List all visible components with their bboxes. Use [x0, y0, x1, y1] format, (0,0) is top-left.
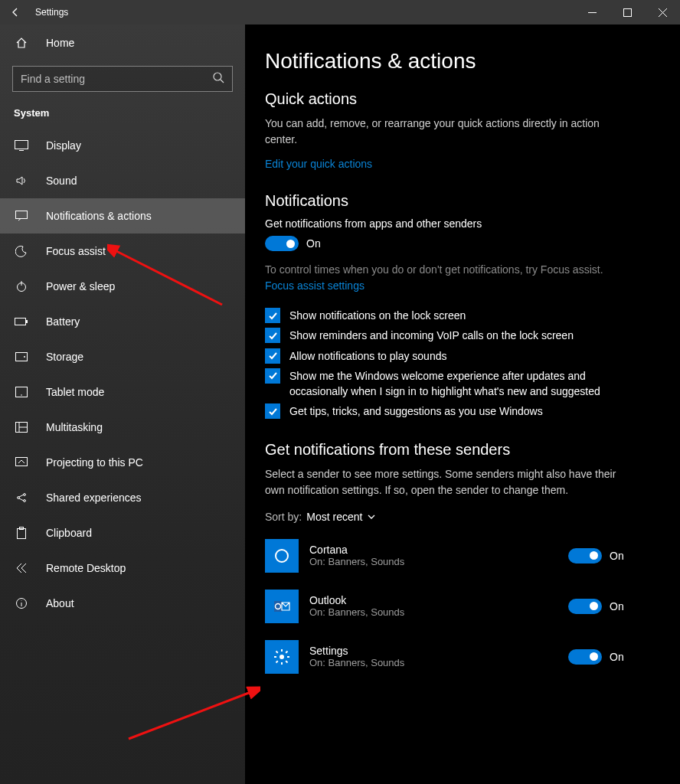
senders-desc: Select a sender to see more settings. So… [265, 466, 617, 498]
sidebar-item-clipboard[interactable]: Clipboard [0, 515, 245, 550]
sender-settings[interactable]: SettingsOn: Banners, SoundsOn [265, 632, 660, 682]
svg-point-22 [280, 655, 284, 659]
svg-rect-6 [26, 320, 28, 323]
notifications-toggle-state: On [306, 237, 321, 250]
sender-name: Cortana [309, 544, 568, 556]
battery-icon [14, 317, 29, 326]
sidebar-item-storage[interactable]: Storage [0, 339, 245, 374]
checkbox-icon[interactable] [265, 403, 280, 419]
sidebar-item-multitasking[interactable]: Multitasking [0, 410, 245, 445]
svg-point-10 [21, 394, 22, 396]
notifications-icon [14, 211, 29, 221]
senders-heading: Get notifications from these senders [265, 441, 660, 459]
sidebar-item-about[interactable]: About [0, 586, 245, 621]
checkbox-label: Show me the Windows welcome experience a… [289, 368, 611, 400]
checkbox-icon[interactable] [265, 368, 280, 384]
sender-detail: On: Banners, Sounds [309, 556, 568, 567]
sidebar-item-battery[interactable]: Battery [0, 304, 245, 339]
checkbox-label: Show notifications on the lock screen [289, 308, 466, 323]
sidebar-item-tablet-mode[interactable]: Tablet mode [0, 374, 245, 410]
sidebar-item-remote-desktop[interactable]: Remote Desktop [0, 550, 245, 586]
sidebar-item-power-sleep[interactable]: Power & sleep [0, 269, 245, 304]
svg-point-13 [18, 497, 20, 499]
sidebar-item-label: Power & sleep [46, 280, 115, 292]
sender-toggle[interactable] [568, 649, 602, 665]
focus-assist-text: To control times when you do or don't ge… [265, 263, 603, 276]
checkbox-icon[interactable] [265, 308, 280, 323]
notification-checkbox-0[interactable]: Show notifications on the lock screen [265, 308, 660, 323]
clipboard-icon [14, 527, 29, 539]
sender-toggle[interactable] [568, 548, 602, 564]
svg-rect-2 [15, 141, 28, 149]
search-icon [212, 71, 224, 87]
projecting-icon [14, 457, 29, 468]
notification-checkbox-3[interactable]: Show me the Windows welcome experience a… [265, 368, 660, 400]
sidebar-item-label: Shared experiences [46, 492, 142, 504]
checkbox-icon[interactable] [265, 328, 280, 343]
sidebar-item-label: Storage [46, 351, 83, 363]
sidebar-item-shared[interactable]: Shared experiences [0, 480, 245, 515]
sidebar-item-projecting[interactable]: Projecting to this PC [0, 445, 245, 480]
about-icon [14, 597, 29, 609]
home-link[interactable]: Home [0, 24, 245, 61]
sender-cortana[interactable]: CortanaOn: Banners, SoundsOn [265, 531, 660, 581]
display-icon [14, 140, 29, 151]
sidebar-item-focus-assist[interactable]: Focus assist [0, 234, 245, 269]
app-icon [265, 590, 299, 623]
remote-desktop-icon [14, 562, 29, 574]
notification-checkbox-4[interactable]: Get tips, tricks, and suggestions as you… [265, 403, 660, 419]
notifications-toggle[interactable] [265, 236, 299, 251]
notifications-heading: Notifications [265, 192, 660, 210]
search-input[interactable] [21, 73, 212, 85]
shared-icon [14, 492, 29, 504]
sidebar-item-label: Focus assist [46, 245, 106, 257]
sidebar-item-label: Remote Desktop [46, 562, 126, 574]
sound-icon [14, 175, 29, 187]
multitasking-icon [14, 422, 29, 433]
sidebar-item-sound[interactable]: Sound [0, 163, 245, 198]
maximize-button[interactable] [610, 0, 645, 24]
sender-name: Outlook [309, 594, 568, 606]
focus-assist-link[interactable]: Focus assist settings [265, 278, 365, 294]
svg-rect-3 [16, 211, 28, 219]
sidebar-item-label: Sound [46, 175, 77, 187]
checkbox-label: Get tips, tricks, and suggestions as you… [289, 403, 543, 419]
home-icon [14, 37, 29, 49]
svg-point-8 [24, 356, 25, 358]
sender-toggle-state: On [610, 651, 624, 663]
notifications-group: Notifications Get notifications from app… [265, 192, 660, 420]
svg-rect-5 [15, 318, 26, 325]
focus-assist-icon [14, 245, 29, 257]
close-button[interactable] [645, 0, 680, 24]
back-button[interactable] [0, 0, 31, 24]
quick-actions-heading: Quick actions [265, 90, 660, 108]
sender-toggle[interactable] [568, 599, 602, 614]
sidebar-item-display[interactable]: Display [0, 128, 245, 163]
senders-group: Get notifications from these senders Sel… [265, 441, 660, 682]
search-box[interactable] [12, 66, 233, 92]
sort-label: Sort by: [265, 511, 302, 523]
minimize-button[interactable] [574, 0, 610, 24]
sidebar-item-notifications[interactable]: Notifications & actions [0, 198, 245, 234]
main-content: Notifications & actions Quick actions Yo… [245, 24, 680, 784]
sidebar-item-label: Tablet mode [46, 386, 104, 398]
sender-name: Settings [309, 645, 568, 657]
svg-rect-16 [18, 529, 26, 539]
notification-checkbox-2[interactable]: Allow notifications to play sounds [265, 348, 660, 364]
notification-checkbox-1[interactable]: Show reminders and incoming VoIP calls o… [265, 328, 660, 343]
svg-point-15 [24, 500, 26, 502]
svg-rect-0 [623, 8, 631, 16]
storage-icon [14, 352, 29, 361]
checkbox-label: Show reminders and incoming VoIP calls o… [289, 328, 574, 343]
svg-rect-12 [16, 458, 28, 466]
checkbox-icon[interactable] [265, 348, 280, 364]
app-icon [265, 640, 299, 674]
sidebar-item-label: About [46, 597, 74, 609]
chevron-down-icon [368, 515, 374, 518]
sort-value[interactable]: Most recent [306, 511, 376, 523]
tablet-mode-icon [14, 387, 29, 397]
sidebar-item-label: Display [46, 139, 81, 152]
quick-actions-group: Quick actions You can add, remove, or re… [265, 90, 660, 171]
sender-outlook[interactable]: OutlookOn: Banners, SoundsOn [265, 581, 660, 632]
edit-quick-actions-link[interactable]: Edit your quick actions [265, 158, 372, 170]
